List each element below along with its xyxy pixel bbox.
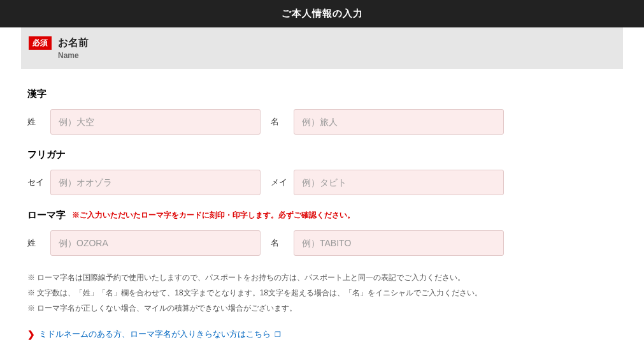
furigana-heading: フリガナ	[27, 149, 66, 161]
romaji-first-input[interactable]	[294, 230, 504, 256]
furigana-first-input[interactable]	[294, 170, 504, 195]
furigana-first-label: メイ	[271, 177, 289, 188]
note-1: ※ ローマ字名は国際線予約で使用いたしますので、パスポートをお持ちの方は、パスポ…	[27, 270, 617, 285]
section-header: 必須 お名前 Name	[21, 27, 623, 69]
note-3: ※ ローマ字名が正しくない場合、マイルの積算ができない場合がございます。	[27, 300, 617, 316]
kanji-first-input[interactable]	[294, 109, 504, 135]
furigana-last-input[interactable]	[50, 170, 261, 195]
romaji-warning: ※ご入力いただいたローマ字をカードに刻印・印字します。必ずご確認ください。	[72, 210, 355, 221]
kanji-heading: 漢字	[27, 88, 47, 100]
furigana-last-label: セイ	[27, 177, 45, 188]
external-link-icon: ❐	[275, 330, 281, 339]
romaji-heading: ローマ字	[27, 209, 66, 221]
page-header: ご本人情報の入力	[0, 0, 644, 27]
note-2: ※ 文字数は、「姓」「名」欄を合わせて、18文字までとなります。18文字を超える…	[27, 285, 617, 300]
romaji-first-label: 名	[271, 237, 289, 249]
notes-block: ※ ローマ字名は国際線予約で使用いたしますので、パスポートをお持ちの方は、パスポ…	[27, 270, 617, 316]
kanji-last-input[interactable]	[50, 109, 261, 135]
section-title-en: Name	[58, 51, 89, 60]
chevron-right-icon: ❯	[27, 330, 35, 339]
section-title-jp: お名前	[58, 36, 89, 50]
middle-name-link[interactable]: ミドルネームのある方、ローマ字名が入りきらない方はこちら	[39, 329, 271, 340]
romaji-last-input[interactable]	[50, 230, 261, 256]
romaji-last-label: 姓	[27, 237, 45, 249]
required-badge: 必須	[29, 36, 52, 50]
kanji-first-label: 名	[271, 116, 289, 128]
kanji-last-label: 姓	[27, 116, 45, 128]
